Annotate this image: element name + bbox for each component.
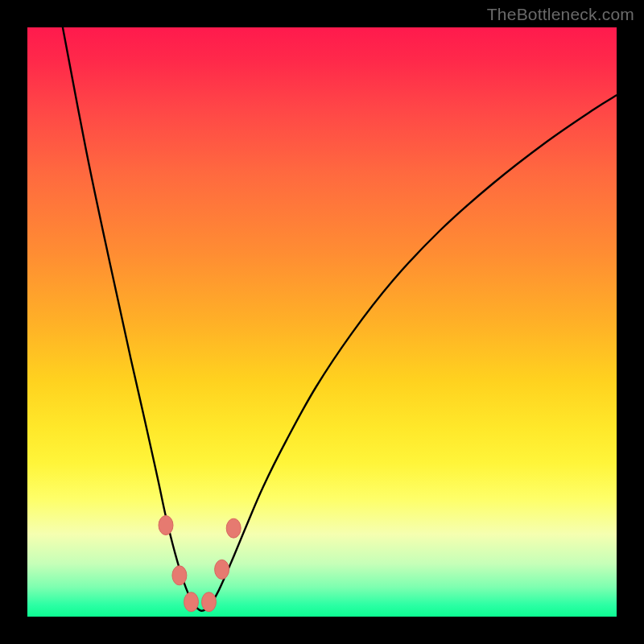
dot-right-upper <box>226 518 241 538</box>
watermark-text: TheBottleneck.com <box>487 5 634 24</box>
dot-right-lower <box>215 559 229 579</box>
dot-left-upper <box>159 516 173 535</box>
dot-mid-left <box>184 592 199 612</box>
chart-svg <box>27 27 617 617</box>
dot-left-lower <box>172 566 187 585</box>
marker-group <box>159 516 241 612</box>
bottleneck-curve <box>63 27 617 611</box>
plot-area <box>27 27 617 617</box>
outer-frame: TheBottleneck.com <box>0 0 644 644</box>
dot-mid-right <box>202 592 217 612</box>
